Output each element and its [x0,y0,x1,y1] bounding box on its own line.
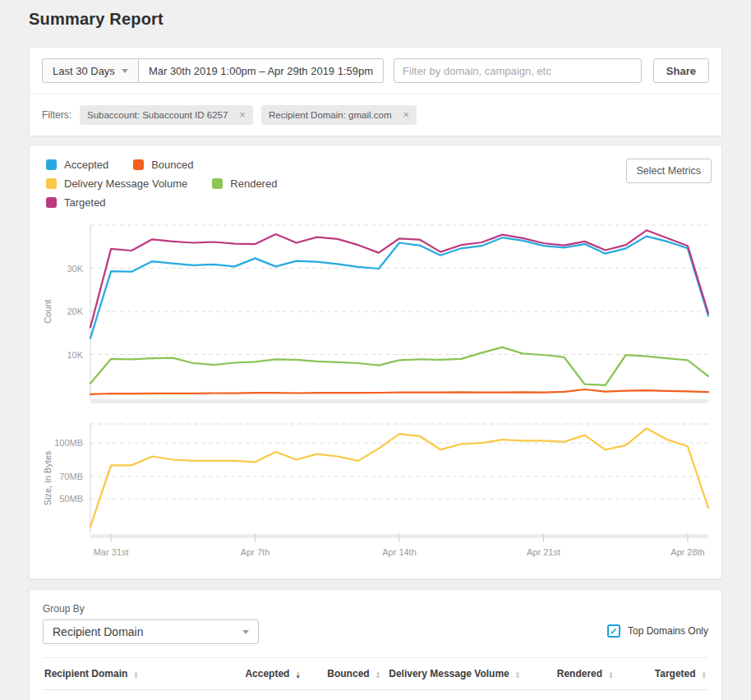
svg-text:70MB: 70MB [59,472,83,481]
top-domains-only-label: Top Domains Only [628,625,708,637]
svg-text:Apr 21st: Apr 21st [527,547,560,557]
toolbar: Last 30 Days Mar 30th 2019 1:00pm – Apr … [30,48,721,94]
svg-text:Apr 28th: Apr 28th [670,547,705,557]
filter-tag-label: Recipient Domain: gmail.com [269,110,392,120]
filters-label: Filters: [42,109,71,121]
rendered-value: 252.73K [522,690,615,700]
legend-item-accepted: Accepted [46,159,108,171]
accepted-value: 985.09K [216,690,302,700]
bounced-value: 29.4K [302,690,382,700]
svg-text:30K: 30K [67,264,83,274]
top-domains-only-toggle[interactable]: ✓ Top Domains Only [607,624,708,638]
date-range-preset-label: Last 30 Days [53,65,115,77]
date-range-display[interactable]: Mar 30th 2019 1:00pm – Apr 29th 2019 1:5… [139,58,384,83]
summary-report-page: Summary Report Last 30 Days Mar 30th 201… [0,0,751,700]
sort-icon: ▲▼ [295,670,300,679]
column-header-bounced[interactable]: Bounced▲▼ [302,658,382,690]
legend-swatch-targeted [46,197,57,208]
column-header-rendered[interactable]: Rendered▲▼ [522,658,615,690]
group-by-select[interactable]: Recipient Domain [43,619,259,644]
column-header-accepted[interactable]: Accepted▲▼ [216,658,302,690]
sort-icon: ▲▼ [376,670,380,679]
column-header-targeted[interactable]: Targeted▲▼ [615,658,708,690]
chevron-down-icon [122,69,128,73]
svg-text:100MB: 100MB [54,438,83,448]
sort-icon: ▲▼ [133,670,138,679]
remove-filter-icon[interactable]: × [239,111,246,119]
legend-swatch-rendered [212,178,223,189]
svg-text:10K: 10K [67,350,83,360]
results-table: Recipient Domain▲▼ Accepted▲▼ Bounced▲▼ … [43,657,708,700]
chart-legend: Accepted Bounced Delivery Message Volume… [41,159,710,209]
svg-text:50MB: 50MB [59,494,83,504]
column-header-recipient-domain[interactable]: Recipient Domain▲▼ [43,658,216,690]
filter-tag-label: Subaccount: Subaccount ID 6257 [87,110,228,120]
count-line-chart: 10K20K30KCount [41,220,712,409]
svg-text:Size, in Bytes: Size, in Bytes [43,450,53,505]
svg-text:20K: 20K [67,306,83,316]
delivery-message-volume-value: 2.8GB [382,690,522,700]
group-by-label: Group By [43,603,259,615]
date-range-preset-button[interactable]: Last 30 Days [42,58,139,83]
chevron-down-icon [242,630,249,634]
table-row: gmail.com 985.09K 29.4K 2.8GB 252.73K 1.… [43,690,708,700]
legend-swatch-delivery-message-volume [46,178,57,189]
size-in-bytes-line-chart: 50MB70MB100MBMar 31stApr 7thApr 14thApr … [41,419,712,560]
select-metrics-button[interactable]: Select Metrics [626,159,712,183]
filter-tag-subaccount: Subaccount: Subaccount ID 6257 × [80,105,253,125]
active-filters-bar: Filters: Subaccount: Subaccount ID 6257 … [30,94,721,136]
legend-item-bounced: Bounced [133,159,193,171]
svg-text:Apr 14th: Apr 14th [382,547,417,557]
group-by-panel: Group By Recipient Domain ✓ Top Domains … [29,589,722,700]
legend-item-rendered: Rendered [212,177,277,190]
metrics-panel: Accepted Bounced Delivery Message Volume… [29,145,722,579]
checkbox-checked-icon[interactable]: ✓ [607,624,620,638]
legend-item-delivery-message-volume: Delivery Message Volume [46,177,187,190]
toolbar-panel: Last 30 Days Mar 30th 2019 1:00pm – Apr … [29,47,722,136]
group-by-selected-value: Recipient Domain [53,625,144,638]
filter-tag-recipient-domain: Recipient Domain: gmail.com × [261,105,417,125]
sort-icon: ▲▼ [515,670,520,679]
filter-input[interactable] [394,58,642,83]
legend-swatch-accepted [46,159,57,170]
remove-filter-icon[interactable]: × [403,111,410,119]
legend-swatch-bounced [133,159,144,170]
column-header-delivery-message-volume[interactable]: Delivery Message Volume▲▼ [382,658,522,690]
charts-area: 10K20K30KCount 50MB70MB100MBMar 31stApr … [41,220,710,560]
legend-item-targeted: Targeted [46,196,106,209]
targeted-value: 1.02M [615,690,708,700]
svg-text:Count: Count [43,299,53,323]
sort-icon: ▲▼ [608,670,613,679]
share-button[interactable]: Share [653,58,709,83]
page-title: Summary Report [29,10,722,29]
table-header-row: Recipient Domain▲▼ Accepted▲▼ Bounced▲▼ … [43,658,708,690]
svg-text:Apr 7th: Apr 7th [241,547,270,557]
sort-icon: ▲▼ [702,670,707,679]
svg-text:Mar 31st: Mar 31st [94,547,129,557]
